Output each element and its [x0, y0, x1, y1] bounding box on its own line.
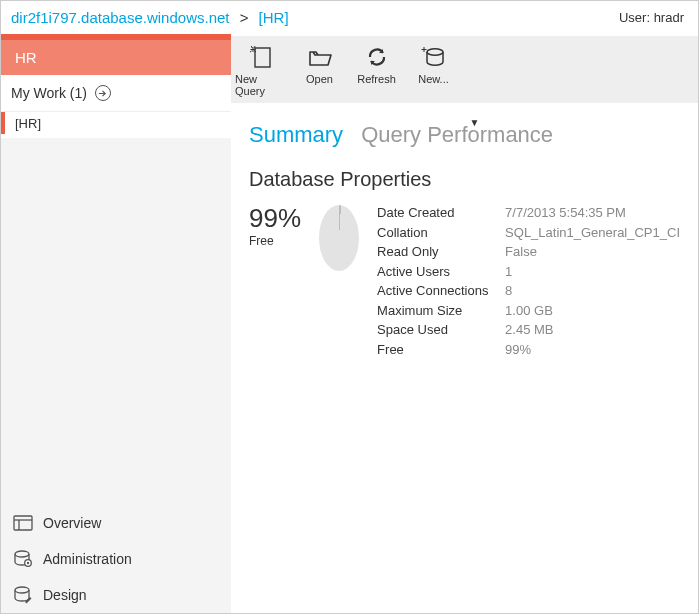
- folder-open-icon: [307, 44, 333, 70]
- sidebar-mywork[interactable]: My Work (1): [1, 75, 231, 112]
- database-design-icon: [13, 585, 33, 605]
- free-percent-value: 99%: [249, 203, 301, 234]
- breadcrumb-server[interactable]: dir2f1i797.database.windows.net: [11, 9, 229, 26]
- table-row: Free99%: [377, 340, 680, 360]
- table-row: CollationSQL_Latin1_General_CP1_CI: [377, 223, 680, 243]
- nav-label: Overview: [43, 515, 101, 531]
- arrow-right-circle-icon: [95, 85, 111, 101]
- svg-rect-7: [255, 48, 270, 67]
- active-marker: [1, 112, 5, 134]
- tab-summary[interactable]: Summary: [249, 122, 343, 148]
- tab-query-performance[interactable]: Query Performance: [361, 122, 553, 148]
- table-row: Active Connections8: [377, 281, 680, 301]
- tool-label: New Query: [235, 73, 290, 97]
- table-row: Space Used2.45 MB: [377, 320, 680, 340]
- toolbar: New Query Open Refresh New...: [231, 36, 698, 103]
- nav-design[interactable]: Design: [1, 577, 231, 613]
- new-db-icon: [421, 44, 447, 70]
- open-button[interactable]: Open: [292, 42, 347, 87]
- nav-label: Administration: [43, 551, 132, 567]
- table-row: Date Created7/7/2013 5:54:35 PM: [377, 203, 680, 223]
- table-row: Active Users1: [377, 262, 680, 282]
- database-admin-icon: [13, 549, 33, 569]
- nav-label: Design: [43, 587, 87, 603]
- tree-item-label: [HR]: [15, 113, 41, 134]
- new-query-icon: [250, 44, 276, 70]
- svg-point-8: [427, 49, 443, 55]
- nav-administration[interactable]: Administration: [1, 541, 231, 577]
- pie-chart-icon: [319, 205, 359, 271]
- tool-label: New...: [418, 73, 449, 85]
- svg-point-6: [15, 587, 29, 593]
- content-tabs: Summary Query Performance: [249, 122, 680, 148]
- overview-icon: [13, 513, 33, 533]
- sidebar: HR My Work (1) [HR] Overview Admi: [1, 36, 231, 613]
- free-percent-block: 99% Free: [249, 203, 301, 248]
- new-button[interactable]: New...: [406, 42, 461, 87]
- refresh-button[interactable]: Refresh: [349, 42, 404, 87]
- svg-point-5: [27, 562, 29, 564]
- sidebar-fill: [1, 138, 231, 505]
- breadcrumb-context[interactable]: [HR]: [259, 9, 289, 26]
- content: ▼ Summary Query Performance Database Pro…: [231, 103, 698, 613]
- bottom-nav: Overview Administration Design: [1, 505, 231, 613]
- table-row: Maximum Size1.00 GB: [377, 301, 680, 321]
- sidebar-tab-hr[interactable]: HR: [1, 40, 231, 75]
- section-title: Database Properties: [249, 168, 680, 191]
- tool-label: Open: [306, 73, 333, 85]
- refresh-icon: [364, 44, 390, 70]
- svg-rect-0: [14, 516, 32, 530]
- svg-point-3: [15, 551, 29, 557]
- mywork-label: My Work (1): [11, 85, 87, 101]
- tree-item-hr[interactable]: [HR]: [1, 112, 231, 134]
- tool-label: Refresh: [357, 73, 396, 85]
- properties-table: Date Created7/7/2013 5:54:35 PM Collatio…: [377, 203, 680, 359]
- main: New Query Open Refresh New...: [231, 36, 698, 613]
- new-query-button[interactable]: New Query: [235, 42, 290, 99]
- header: dir2f1i797.database.windows.net > [HR] U…: [1, 1, 698, 36]
- table-row: Read OnlyFalse: [377, 242, 680, 262]
- nav-overview[interactable]: Overview: [1, 505, 231, 541]
- breadcrumb-separator: >: [234, 9, 255, 26]
- user-label: User: hradr: [619, 10, 684, 25]
- free-percent-label: Free: [249, 234, 301, 248]
- breadcrumb: dir2f1i797.database.windows.net > [HR]: [11, 9, 289, 26]
